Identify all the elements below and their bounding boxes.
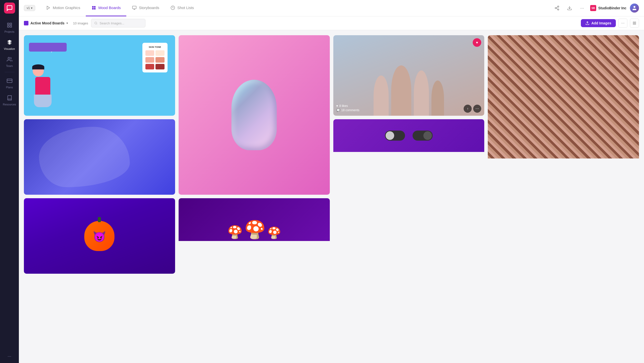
- tab-shot-lists[interactable]: Shot Lists: [165, 0, 199, 16]
- mushroom-emoji-2: 🍄: [244, 221, 266, 238]
- grid-item-mushroom[interactable]: 🍄 🍄 🍄: [179, 198, 330, 274]
- mood-board-selector[interactable]: Active Mood Boards ▾: [24, 21, 68, 25]
- svg-rect-29: [635, 23, 636, 24]
- svg-rect-11: [94, 8, 96, 9]
- svg-line-24: [97, 24, 97, 24]
- sidebar-more[interactable]: ...: [8, 350, 11, 360]
- wavy-art: [488, 35, 639, 158]
- svg-rect-0: [7, 23, 9, 25]
- sidebar-item-resources[interactable]: Resources: [0, 91, 19, 108]
- swatch-3: [145, 57, 154, 63]
- add-images-button[interactable]: Add Images: [581, 19, 616, 27]
- mood-board-color-indicator: [24, 21, 28, 25]
- svg-point-18: [558, 9, 559, 10]
- grid-item-pumpkin[interactable]: 😈: [24, 198, 175, 274]
- sidebar-item-team[interactable]: Team: [0, 53, 19, 70]
- more-options-toolbar-btn[interactable]: ···: [618, 19, 627, 28]
- svg-marker-7: [47, 6, 50, 10]
- toggle-on: [413, 131, 433, 141]
- archway-image: ♥ ♥8 likes 💬18 comments ↑ ⋯: [333, 35, 485, 116]
- svg-rect-26: [633, 22, 634, 23]
- swatch-5: [145, 64, 154, 69]
- char-skirt: [34, 95, 52, 107]
- grid-item-skin-tone[interactable]: SKIN TONE ↗: [24, 35, 175, 116]
- toggle-image: [333, 119, 485, 152]
- avatar[interactable]: [630, 4, 639, 13]
- topnav-right: ··· SB StudioBinder Inc: [552, 4, 639, 13]
- svg-point-16: [558, 6, 559, 7]
- swatch-6: [155, 64, 165, 69]
- upload-icon: [585, 21, 589, 25]
- image-grid: SKIN TONE ↗: [24, 35, 639, 274]
- char-head: [33, 65, 44, 76]
- tab-mood-boards[interactable]: Mood Boards: [86, 0, 126, 16]
- swatch-2: [155, 50, 165, 56]
- purple-rect: [29, 43, 67, 52]
- sidebar-divider: [5, 72, 15, 72]
- search-box[interactable]: [91, 19, 145, 27]
- studio-binder-brand[interactable]: SB StudioBinder Inc: [590, 5, 626, 11]
- chevron-down-icon: ▾: [31, 6, 32, 10]
- blob-image: [24, 119, 175, 195]
- grid-item-archway[interactable]: ♥ ♥8 likes 💬18 comments ↑ ⋯: [333, 35, 485, 116]
- toggle-knob-1: [386, 131, 394, 140]
- tab-storyboards[interactable]: Storyboards: [126, 0, 165, 16]
- comments-stat: 💬18 comments: [336, 108, 359, 112]
- archway-art: [333, 35, 485, 116]
- search-input[interactable]: [100, 21, 142, 25]
- mood-boards-icon: [91, 5, 96, 10]
- pumpkin-face: 😈: [93, 231, 106, 242]
- metallic-head-art: [231, 80, 277, 150]
- wavy-image: [488, 35, 639, 158]
- svg-rect-27: [635, 22, 636, 23]
- svg-rect-9: [94, 6, 96, 8]
- action-buttons: ↑ ⋯: [464, 105, 481, 113]
- sidebar-item-projects[interactable]: Projects: [0, 19, 19, 36]
- more-options-icon-btn[interactable]: ···: [578, 4, 587, 13]
- download-icon-btn[interactable]: [565, 4, 574, 13]
- tab-motion-graphics[interactable]: Motion Graphics: [40, 0, 86, 16]
- svg-rect-28: [633, 23, 634, 24]
- main-content: v1 ▾ Motion Graphics: [19, 0, 644, 363]
- shot-lists-icon: [170, 5, 175, 10]
- swatch-4: [155, 57, 165, 63]
- share-icon-btn[interactable]: [552, 4, 561, 13]
- svg-line-20: [556, 7, 558, 8]
- view-toggle-btn[interactable]: [630, 19, 639, 28]
- svg-point-4: [8, 57, 10, 59]
- top-navigation: v1 ▾ Motion Graphics: [19, 0, 644, 16]
- sb-logo-icon: SB: [590, 5, 596, 11]
- metallic-head-image: [179, 35, 330, 195]
- svg-rect-3: [10, 26, 11, 27]
- more-action-btn[interactable]: ⋯: [473, 105, 481, 113]
- image-grid-container: SKIN TONE ↗: [19, 30, 644, 363]
- svg-rect-5: [7, 79, 12, 83]
- likes-stat: ♥8 likes: [336, 104, 359, 108]
- like-badge[interactable]: ♥: [473, 38, 481, 47]
- grid-item-blob[interactable]: [24, 119, 175, 195]
- share-action-btn[interactable]: ↑: [464, 105, 472, 113]
- mushroom-image: 🍄 🍄 🍄: [179, 198, 330, 241]
- skin-tone-card: SKIN TONE: [142, 43, 168, 72]
- search-icon: [94, 21, 97, 25]
- version-badge[interactable]: v1 ▾: [24, 5, 35, 11]
- svg-rect-10: [92, 8, 94, 9]
- grid-item-metallic-head[interactable]: [179, 35, 330, 195]
- pumpkin-art: 😈: [84, 221, 114, 251]
- grid-item-wavy[interactable]: [488, 35, 639, 195]
- sidebar: Projects Visualize Team Plan: [0, 0, 19, 363]
- motion-graphics-icon: [46, 5, 51, 10]
- toolbar: Active Mood Boards ▾ 10 images Add Image…: [19, 16, 644, 30]
- grid-item-toggle[interactable]: [333, 119, 485, 195]
- mushroom-emoji-3: 🍄: [267, 227, 281, 238]
- nav-tabs: Motion Graphics Mood Boards: [40, 0, 199, 16]
- svg-rect-1: [10, 23, 11, 25]
- stats-overlay: ♥8 likes 💬18 comments: [336, 104, 359, 113]
- char-body: [35, 77, 50, 95]
- char-hair: [32, 64, 44, 69]
- toggle-knob-2: [423, 131, 432, 140]
- sidebar-item-plans[interactable]: Plans: [0, 74, 19, 91]
- character-figure: [30, 65, 55, 111]
- sidebar-item-visualize[interactable]: Visualize: [0, 36, 19, 53]
- sidebar-logo[interactable]: [4, 3, 15, 14]
